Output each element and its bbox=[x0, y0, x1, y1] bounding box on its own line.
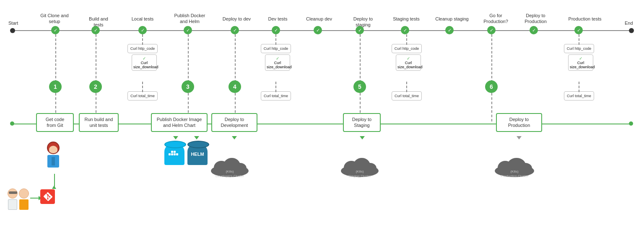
svg-rect-2 bbox=[174, 153, 176, 155]
dashed-1 bbox=[55, 34, 56, 83]
check-dev-tests: ✓ bbox=[272, 26, 280, 34]
svg-text:(K8s): (K8s) bbox=[226, 170, 234, 173]
label-production-tests: Production tests bbox=[568, 16, 602, 22]
git-jenkins-arrow bbox=[53, 174, 56, 189]
curl-total-2: Curl total_time bbox=[261, 91, 291, 101]
top-pipeline-line bbox=[13, 30, 631, 31]
box-deploy-production: Deploy toProduction bbox=[496, 113, 542, 132]
arrow-staging-cluster bbox=[360, 136, 365, 139]
pipeline-diagram: Start Git Clone andsetup Build and tests… bbox=[0, 0, 644, 227]
numbered-circle-3: 3 bbox=[182, 80, 194, 93]
check-deploy-staging: ✓ bbox=[356, 26, 364, 34]
dashed-staging-top bbox=[406, 34, 407, 45]
numbered-circle-6: 6 bbox=[485, 80, 498, 93]
numbered-circle-4: 4 bbox=[229, 80, 241, 93]
label-go-production: Go forProduction? bbox=[480, 13, 512, 25]
arrow-prod-cluster bbox=[517, 136, 522, 139]
dashed-dev-top bbox=[275, 34, 276, 45]
box-deploy-staging: Deploy toStaging bbox=[343, 113, 381, 132]
check-cleanup-staging: ✓ bbox=[445, 26, 454, 34]
svg-text:(K8s): (K8s) bbox=[510, 170, 518, 173]
label-deploy-dev: Deploy to dev bbox=[221, 16, 252, 22]
svg-rect-1 bbox=[171, 153, 173, 155]
check-staging-tests: ✓ bbox=[401, 26, 409, 34]
curl-http-code-4: Curl http_code bbox=[564, 44, 594, 53]
check-publish: ✓ bbox=[184, 26, 192, 34]
bottom-start-dot bbox=[10, 121, 14, 126]
check-prod-tests: ✓ bbox=[574, 26, 583, 34]
cloud-dev: (K8s) Developers Cluster bbox=[209, 155, 251, 178]
label-git-clone: Git Clone andsetup bbox=[40, 13, 69, 25]
curl-size-box-2: ✓Curlsize_download bbox=[265, 54, 290, 71]
svg-rect-4 bbox=[174, 151, 176, 153]
svg-text:(K8s): (K8s) bbox=[356, 170, 364, 173]
dashed-6 bbox=[491, 34, 492, 83]
curl-total-1: Curl total_time bbox=[127, 91, 158, 101]
arrow-dev-cluster bbox=[232, 136, 237, 139]
svg-point-14 bbox=[364, 163, 377, 174]
label-staging-tests: Staging tests bbox=[392, 16, 421, 22]
curl-size-box-1: ✓Curlsize_download bbox=[132, 54, 157, 71]
label-publish: Publish Dockerand Helm bbox=[174, 13, 205, 25]
dashed-local-bottom bbox=[142, 82, 143, 92]
dashed-local-top bbox=[142, 34, 143, 45]
docker-icon bbox=[164, 143, 184, 165]
dashed-6b bbox=[491, 93, 492, 121]
box-deploy-dev: Deploy toDevelopment bbox=[211, 113, 257, 132]
check-go-production: ✓ bbox=[487, 26, 496, 34]
person-figure bbox=[19, 188, 29, 210]
dashed-4 bbox=[235, 34, 236, 83]
label-end: End bbox=[625, 20, 633, 26]
svg-rect-5 bbox=[176, 153, 178, 155]
check-deploy-dev: ✓ bbox=[231, 26, 239, 34]
label-deploy-staging: Deploy to staging bbox=[346, 16, 380, 28]
curl-http-code-3: Curl http_code bbox=[392, 44, 422, 53]
helm-icon: HELM bbox=[187, 143, 208, 165]
svg-rect-3 bbox=[171, 151, 173, 153]
dashed-3 bbox=[188, 34, 189, 83]
numbered-circle-2: 2 bbox=[89, 80, 102, 93]
box-get-code: Get codefrom Git bbox=[36, 113, 74, 132]
curl-http-code-1: Curl http_code bbox=[127, 44, 158, 53]
box-publish-docker: Publish Docker Imageand Helm Chart bbox=[151, 113, 208, 132]
svg-point-19 bbox=[519, 163, 532, 174]
git-logo bbox=[40, 189, 55, 204]
curl-http-code-2: Curl http_code bbox=[261, 44, 291, 53]
check-build: ✓ bbox=[91, 26, 100, 34]
box-run-build: Run build andunit tests bbox=[79, 113, 119, 132]
label-start: Start bbox=[8, 20, 18, 26]
end-dot bbox=[629, 28, 634, 33]
check-local-tests: ✓ bbox=[138, 26, 147, 34]
label-deploy-production: Deploy toProduction bbox=[520, 13, 551, 25]
label-local-tests: Local tests bbox=[130, 16, 155, 22]
start-dot bbox=[10, 28, 15, 33]
cloud-production: (K8s) Production Cluster bbox=[493, 155, 537, 178]
dashed-5 bbox=[360, 34, 361, 83]
numbered-circle-5: 5 bbox=[353, 80, 366, 93]
check-git-clone: ✓ bbox=[51, 26, 60, 34]
svg-point-9 bbox=[234, 163, 247, 174]
arrow-docker bbox=[173, 136, 178, 139]
curl-total-3: Curl total_time bbox=[392, 91, 422, 101]
check-cleanup-dev: ✓ bbox=[314, 26, 322, 34]
developer-figure bbox=[8, 188, 18, 210]
cloud-staging: (K8s) Staging Cluster bbox=[339, 155, 381, 178]
dashed-prod-bottom bbox=[579, 82, 579, 92]
svg-rect-0 bbox=[169, 153, 171, 155]
dashed-staging-bottom bbox=[406, 82, 407, 92]
label-cleanup-staging: Cleanup staging bbox=[435, 16, 469, 22]
numbered-circle-1: 1 bbox=[49, 80, 62, 93]
bottom-end-dot bbox=[629, 121, 633, 126]
label-dev-tests: Dev tests bbox=[264, 16, 291, 22]
curl-size-box-3: ✓Curlsize_download bbox=[396, 54, 421, 71]
curl-total-4: Curl total_time bbox=[564, 91, 594, 101]
dashed-2 bbox=[96, 34, 96, 83]
curl-size-box-4: ✓Curlsize_download bbox=[568, 54, 593, 71]
dashed-prod-top bbox=[579, 34, 579, 45]
check-deploy-prod: ✓ bbox=[530, 26, 538, 34]
dashed-dev-bottom bbox=[275, 82, 276, 92]
label-build-tests: Build and tests bbox=[84, 16, 113, 28]
label-cleanup-dev: Cleanup dev bbox=[304, 16, 334, 22]
jenkins-figure bbox=[47, 142, 60, 168]
arrow-helm bbox=[194, 136, 199, 139]
